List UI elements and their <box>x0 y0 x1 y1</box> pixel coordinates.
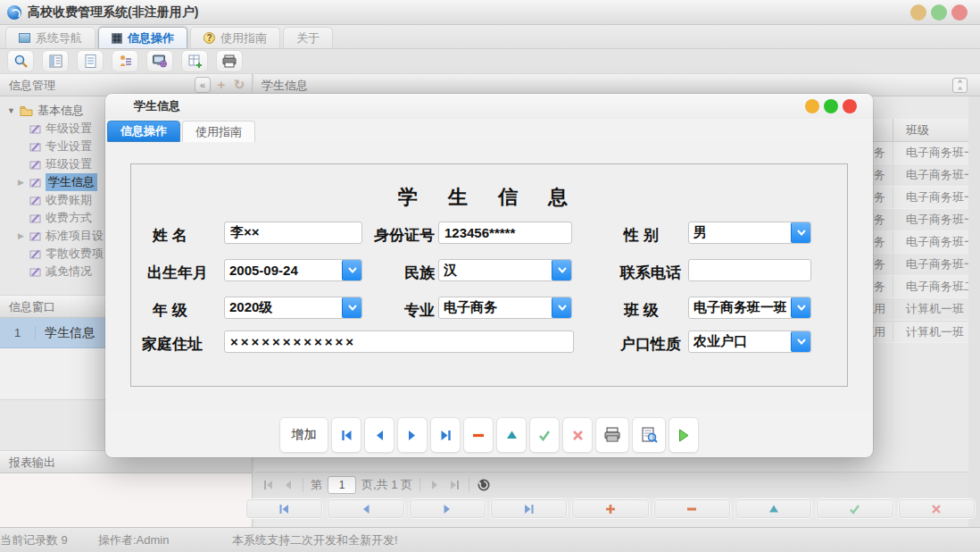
student-form: 学 生 信 息 姓 名 身份证号 性 别 出生年月 民族 <box>130 163 848 387</box>
add-button[interactable]: 增加 <box>279 417 328 453</box>
ethnicity-select[interactable] <box>438 259 572 281</box>
edit-record-button[interactable] <box>496 417 527 453</box>
prev-record-button[interactable] <box>327 498 404 519</box>
document-button[interactable] <box>77 50 104 72</box>
print-preview-button[interactable] <box>632 417 666 453</box>
tree-label[interactable]: 年级设置 <box>46 121 92 137</box>
address-field[interactable] <box>224 330 574 353</box>
print-icon <box>603 427 621 443</box>
id-number-field[interactable] <box>438 222 572 244</box>
household-label: 户口性质 <box>620 334 681 355</box>
first-record-button[interactable] <box>245 498 323 519</box>
cancel-button[interactable] <box>562 417 593 453</box>
tab-about[interactable]: 关于 <box>283 27 333 48</box>
record-count: 当前记录数 9 <box>0 532 98 548</box>
printer-button[interactable] <box>216 50 243 72</box>
delete-record-button[interactable] <box>653 498 731 519</box>
next-record-button[interactable] <box>409 498 486 519</box>
grade-select[interactable] <box>224 297 362 319</box>
tab-info-operation[interactable]: 信息操作 <box>98 27 187 48</box>
chevron-down-icon[interactable] <box>342 260 361 280</box>
name-field[interactable] <box>224 222 362 244</box>
tree-label[interactable]: 标准项目设 <box>46 228 104 244</box>
tree-label[interactable]: 班级设置 <box>46 156 92 172</box>
first-page-button[interactable] <box>262 478 276 492</box>
major-select[interactable] <box>438 297 572 319</box>
table-add-button[interactable] <box>181 50 208 72</box>
confirm-button[interactable] <box>529 417 560 453</box>
next-record-button[interactable] <box>397 417 428 453</box>
form-button[interactable] <box>42 50 69 72</box>
tree-label[interactable]: 收费方式 <box>46 210 92 226</box>
tree-label[interactable]: 专业设置 <box>46 138 92 155</box>
next-icon <box>442 504 453 514</box>
cancel-button[interactable] <box>898 498 976 519</box>
app-window: 高校收费管理系统(非注册用户) 系统导航 信息操作 ? 使用指南 关于 <box>0 0 980 552</box>
scroll-gutter[interactable] <box>968 96 980 527</box>
class-select[interactable] <box>688 297 811 319</box>
last-page-button[interactable] <box>447 478 461 492</box>
chevron-right-icon[interactable]: ▶ <box>18 178 29 187</box>
chevron-down-icon[interactable] <box>552 260 571 280</box>
run-button[interactable] <box>669 417 699 453</box>
tree-label[interactable]: 零散收费项 <box>46 246 104 262</box>
chevron-down-icon[interactable] <box>791 297 810 318</box>
first-record-button[interactable] <box>331 417 361 453</box>
household-select[interactable] <box>688 330 811 353</box>
prev-page-button[interactable] <box>281 478 295 492</box>
tree-label[interactable]: 基本信息 <box>37 103 84 119</box>
tree-label[interactable]: 收费账期 <box>46 192 92 208</box>
last-record-button[interactable] <box>430 417 461 453</box>
refresh-icon[interactable] <box>477 478 491 492</box>
collapse-up-icon[interactable]: ^^ <box>952 78 968 93</box>
print-button[interactable] <box>595 417 629 453</box>
search-button[interactable] <box>7 50 34 72</box>
add-record-button[interactable] <box>571 498 649 519</box>
page-number-input[interactable] <box>328 476 356 494</box>
tab-user-guide[interactable]: ? 使用指南 <box>190 27 280 48</box>
dialog-tab-user-guide[interactable]: 使用指南 <box>182 121 255 142</box>
class-label: 班 级 <box>624 300 659 321</box>
dialog-maximize-button[interactable] <box>824 99 838 113</box>
dialog-tab-info-operation[interactable]: 信息操作 <box>107 121 180 142</box>
dialog-minimize-button[interactable] <box>805 99 819 113</box>
dialog-close-button[interactable] <box>843 99 857 113</box>
dialog-window-controls <box>805 99 857 113</box>
last-icon <box>523 504 535 514</box>
tree-label[interactable]: 学生信息 <box>46 173 97 191</box>
minimize-button[interactable] <box>910 4 926 21</box>
tab-system-nav[interactable]: 系统导航 <box>5 27 96 48</box>
birth-select[interactable] <box>224 259 362 281</box>
chevron-down-icon[interactable] <box>791 331 810 352</box>
status-bar: 当前记录数 9 操作者:Admin 本系统支持二次开发和全新开发! <box>0 527 980 552</box>
tree-label[interactable]: 减免情况 <box>46 263 92 280</box>
minus-icon <box>472 430 485 441</box>
gender-select[interactable] <box>688 222 811 244</box>
next-page-button[interactable] <box>428 478 442 492</box>
column-header-class[interactable]: 班级 <box>893 119 968 141</box>
tree-leaf-icon <box>29 266 41 278</box>
refresh-icon[interactable]: ↻ <box>232 77 246 93</box>
confirm-button[interactable] <box>816 498 893 519</box>
pager-suffix: 页,共 1 页 <box>361 477 412 493</box>
chevron-down-icon[interactable] <box>342 297 361 318</box>
edit-record-button[interactable] <box>735 498 812 519</box>
delete-record-button[interactable] <box>463 417 494 453</box>
monitor-globe-button[interactable] <box>146 50 173 72</box>
phone-field[interactable] <box>688 259 811 281</box>
prev-record-button[interactable] <box>364 417 394 453</box>
collapse-panel-button[interactable]: « <box>195 77 211 93</box>
last-record-button[interactable] <box>490 498 568 519</box>
chevron-down-icon[interactable] <box>552 297 571 318</box>
add-icon[interactable]: + <box>214 77 228 93</box>
maximize-button[interactable] <box>931 4 947 21</box>
user-report-button[interactable] <box>112 50 138 72</box>
prev-icon <box>374 430 385 441</box>
phone-label: 联系电话 <box>620 263 681 283</box>
student-info-dialog: 学生信息 信息操作 使用指南 学 生 信 息 姓 名 身份证号 性 别 <box>105 94 873 457</box>
chevron-down-icon[interactable] <box>791 222 810 243</box>
chevron-down-icon[interactable]: ▼ <box>7 106 20 115</box>
chevron-right-icon[interactable]: ▶ <box>18 231 29 240</box>
dialog-title-bar: 学生信息 <box>105 94 873 119</box>
close-button[interactable] <box>951 4 968 21</box>
